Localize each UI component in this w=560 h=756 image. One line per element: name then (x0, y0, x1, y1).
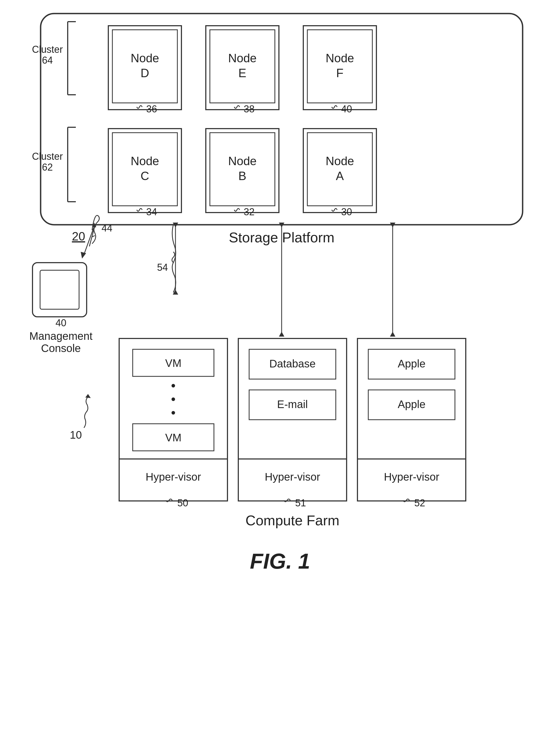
svg-marker-17 (279, 332, 284, 336)
node-c-number: 34 (146, 206, 157, 218)
svg-marker-9 (81, 252, 86, 259)
node-f-number: 40 (341, 103, 352, 115)
vm-label-1: VM (165, 357, 181, 369)
connection-number-54: 54 (157, 262, 168, 273)
vm-dots-3: • (171, 405, 176, 420)
apple-label-2: Apple (398, 398, 425, 410)
email-label: E-mail (277, 398, 307, 410)
node-e-label: Node (228, 52, 257, 65)
node-a-label: Node (325, 154, 354, 168)
svg-marker-20 (390, 332, 395, 336)
database-label: Database (269, 358, 316, 370)
node-a-letter: A (336, 169, 344, 183)
hypervisor-52-label: Hyper-visor (384, 471, 439, 483)
node-b-letter: B (238, 169, 246, 183)
vm-dots: • (171, 378, 176, 393)
node-b-label: Node (228, 154, 257, 168)
node-e-number: 38 (244, 103, 255, 115)
mgmt-console-label-1: Management (29, 330, 92, 342)
node-b-number: 32 (244, 206, 255, 218)
diagram: Storage Platform 20 Cluster 64 Node D 36… (0, 0, 560, 756)
mgmt-arrow-number: 44 (102, 223, 113, 234)
ref-10-number: 10 (70, 429, 82, 441)
server-52-number: 52 (414, 497, 425, 509)
cluster-62-number: 62 (42, 162, 53, 173)
vm-dots-2: • (171, 392, 176, 406)
figure-caption: FIG. 1 (250, 549, 310, 573)
node-f-letter: F (336, 66, 344, 80)
svg-line-8 (84, 225, 95, 254)
node-c-letter: C (141, 169, 149, 183)
mgmt-console-label-2: Console (41, 342, 81, 354)
node-d-label: Node (131, 52, 159, 65)
node-e-letter: E (238, 66, 246, 80)
compute-farm-label: Compute Farm (246, 513, 340, 528)
vm-label-2: VM (165, 432, 181, 444)
server-51-number: 51 (295, 497, 306, 509)
server-50-number: 50 (177, 497, 188, 509)
node-f-label: Node (325, 52, 354, 65)
cluster-62-label: Cluster (32, 151, 63, 162)
apple-label-1: Apple (398, 358, 425, 370)
mgmt-console-number: 40 (56, 318, 66, 328)
node-a-number: 30 (341, 206, 352, 218)
cluster-64-label: Cluster (32, 44, 63, 55)
hypervisor-51-label: Hyper-visor (265, 471, 320, 483)
node-d-letter: D (141, 66, 149, 80)
mgmt-console-inner (40, 270, 79, 309)
svg-marker-24 (85, 394, 91, 398)
cluster-64-number: 64 (42, 55, 53, 66)
node-c-label: Node (131, 154, 159, 168)
node-d-number: 36 (146, 103, 157, 115)
hypervisor-50-label: Hyper-visor (146, 471, 201, 483)
storage-platform-number: 20 (72, 230, 85, 243)
